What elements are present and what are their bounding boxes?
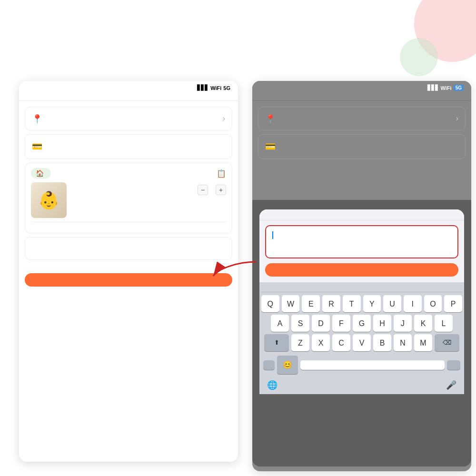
globe-icon[interactable]: 🌐 <box>267 380 278 390</box>
payment-row-right[interactable]: 💳 <box>258 134 466 159</box>
store-icon-left: 🏠 <box>36 169 44 177</box>
key-V[interactable]: V <box>353 334 371 351</box>
key-Q[interactable]: Q <box>261 295 279 312</box>
summary-section-left <box>25 237 232 260</box>
payment-icon-left: 💳 <box>32 141 42 152</box>
key-E[interactable]: E <box>302 295 320 312</box>
key-U[interactable]: U <box>383 295 401 312</box>
qty-minus-left[interactable]: − <box>198 185 208 195</box>
note-input-area[interactable] <box>265 225 458 258</box>
key-J[interactable]: J <box>394 315 412 332</box>
product-image-left: 👶 <box>31 182 67 218</box>
key-F[interactable]: F <box>332 315 350 332</box>
kb-row-2: A S D F G H J K L <box>261 315 462 332</box>
red-arrow-svg <box>208 257 261 281</box>
key-L[interactable]: L <box>435 315 453 332</box>
key-shift[interactable]: ⬆ <box>264 334 289 351</box>
status-icons-left: ▋▋▋ WiFi 5G <box>197 85 230 91</box>
status-bar-left: ▋▋▋ WiFi 5G <box>19 81 238 93</box>
key-A[interactable]: A <box>271 315 289 332</box>
qty-control-left[interactable]: − + <box>198 185 226 195</box>
address-arrow-right: › <box>456 114 458 123</box>
key-R[interactable]: R <box>322 295 340 312</box>
qty-plus-left[interactable]: + <box>216 185 226 195</box>
left-phone: ▋▋▋ WiFi 5G 📍 › 💳 🏠 📋 <box>19 81 238 462</box>
kb-bottom-icons: 🌐 🎤 <box>261 378 462 392</box>
nav-bar-left <box>19 93 238 101</box>
total-bar-left <box>25 263 232 270</box>
key-G[interactable]: G <box>353 315 371 332</box>
key-Y[interactable]: Y <box>363 295 381 312</box>
key-M[interactable]: M <box>414 334 432 351</box>
key-T[interactable]: T <box>343 295 361 312</box>
key-S[interactable]: S <box>291 315 309 332</box>
store-section-left: 🏠 📋 👶 − + <box>25 163 232 233</box>
address-arrow-left: › <box>223 114 225 123</box>
shipping-row-left <box>31 222 226 228</box>
remarks-modal: Q W E R T Y U I O P A S D F G H J K L ⬆ … <box>259 209 464 394</box>
key-X[interactable]: X <box>312 334 330 351</box>
kb-row-3: ⬆ Z X C V B N M ⌫ <box>261 334 462 351</box>
key-space[interactable] <box>300 360 445 370</box>
key-K[interactable]: K <box>414 315 432 332</box>
kb-row-1: Q W E R T Y U I O P <box>261 295 462 312</box>
key-D[interactable]: D <box>312 315 330 332</box>
address-card-right[interactable]: 📍 › <box>258 107 466 130</box>
note-icon-left[interactable]: 📋 <box>217 169 226 178</box>
confirm-button[interactable] <box>265 263 458 277</box>
key-N[interactable]: N <box>394 334 412 351</box>
mic-icon[interactable]: 🎤 <box>446 380 456 390</box>
key-P[interactable]: P <box>444 295 462 312</box>
key-C[interactable]: C <box>332 334 350 351</box>
key-num[interactable] <box>263 360 275 370</box>
key-H[interactable]: H <box>373 315 391 332</box>
nav-bar-right <box>252 93 471 101</box>
bg-circle-green <box>400 38 438 76</box>
key-B[interactable]: B <box>373 334 391 351</box>
keyboard[interactable]: Q W E R T Y U I O P A S D F G H J K L ⬆ … <box>259 282 464 394</box>
location-icon-left: 📍 <box>32 114 42 124</box>
kb-bottom-row: 😊 <box>261 354 462 378</box>
key-delete[interactable]: ⌫ <box>435 334 459 351</box>
product-row-left: 👶 − + <box>31 182 226 218</box>
location-icon-right: 📍 <box>265 114 276 124</box>
key-O[interactable]: O <box>424 295 442 312</box>
store-badge-left[interactable]: 🏠 <box>31 168 51 178</box>
place-order-button[interactable] <box>25 273 232 287</box>
key-emoji[interactable]: 😊 <box>277 356 298 374</box>
key-Z[interactable]: Z <box>291 334 309 351</box>
modal-header <box>259 209 464 220</box>
text-cursor <box>272 231 273 239</box>
payment-row-left[interactable]: 💳 <box>25 134 232 159</box>
status-bar-right: ▋▋▋ WiFi 5G <box>252 81 471 93</box>
address-card-left[interactable]: 📍 › <box>25 107 232 130</box>
key-I[interactable]: I <box>404 295 422 312</box>
key-return[interactable] <box>447 360 460 370</box>
key-W[interactable]: W <box>282 295 300 312</box>
keyboard-suggestions <box>261 286 462 292</box>
payment-icon-right: 💳 <box>265 141 276 152</box>
